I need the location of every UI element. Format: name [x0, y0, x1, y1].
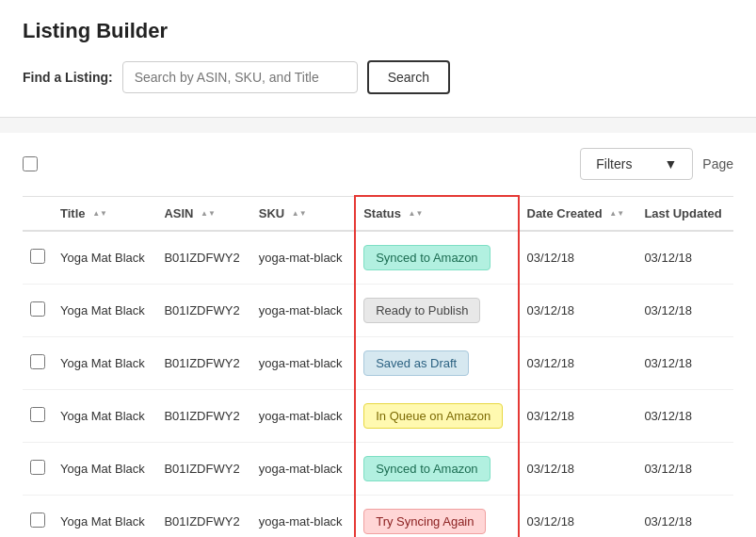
row-status: Try Syncing Again	[355, 495, 518, 537]
status-badge: Saved as Draft	[363, 350, 469, 376]
col-status: Status ▲▼	[355, 196, 518, 231]
col-last-updated: Last Updated	[636, 196, 733, 231]
row-last-updated: 03/12/18	[636, 442, 733, 495]
status-badge: Synced to Amazon	[363, 456, 490, 481]
row-date-created: 03/12/18	[519, 389, 637, 442]
toolbar: Filters ▼ Page	[23, 148, 733, 180]
master-checkbox[interactable]	[23, 156, 38, 171]
row-asin: B01IZDFWY2	[156, 284, 250, 336]
row-sku: yoga-mat-black	[251, 284, 355, 336]
table-header-row: Title ▲▼ ASIN ▲▼ SKU ▲▼ Status ▲▼ Date C…	[23, 196, 733, 231]
row-last-updated: 03/12/18	[636, 231, 733, 285]
table-row: Yoga Mat Black B01IZDFWY2 yoga-mat-black…	[23, 231, 733, 285]
row-sku: yoga-mat-black	[251, 336, 355, 389]
status-badge: Try Syncing Again	[363, 509, 486, 534]
row-checkbox[interactable]	[30, 354, 45, 369]
col-date-created: Date Created ▲▼	[519, 196, 637, 231]
row-status: In Queue on Amazon	[355, 389, 518, 442]
row-checkbox-cell	[23, 442, 53, 495]
page-label: Page	[702, 156, 733, 171]
row-date-created: 03/12/18	[519, 495, 637, 537]
table-row: Yoga Mat Black B01IZDFWY2 yoga-mat-black…	[23, 336, 733, 389]
find-label: Find a Listing:	[23, 70, 113, 85]
row-checkbox[interactable]	[30, 249, 45, 264]
table-section: Filters ▼ Page Title ▲▼ ASIN ▲▼ SKU ▲▼	[0, 133, 756, 537]
row-asin: B01IZDFWY2	[156, 442, 250, 495]
chevron-down-icon: ▼	[664, 156, 677, 171]
row-checkbox[interactable]	[30, 460, 45, 475]
row-checkbox[interactable]	[30, 301, 45, 317]
row-asin: B01IZDFWY2	[156, 495, 250, 537]
row-title: Yoga Mat Black	[53, 442, 156, 495]
status-badge: Synced to Amazon	[363, 245, 490, 270]
row-last-updated: 03/12/18	[636, 495, 733, 537]
sort-arrows-status[interactable]: ▲▼	[409, 210, 424, 218]
row-checkbox-cell	[23, 336, 53, 389]
table-row: Yoga Mat Black B01IZDFWY2 yoga-mat-black…	[23, 389, 733, 442]
sort-arrows-asin[interactable]: ▲▼	[201, 210, 216, 218]
search-button[interactable]: Search	[367, 60, 450, 94]
row-checkbox[interactable]	[30, 513, 45, 528]
search-input[interactable]	[122, 61, 358, 93]
row-last-updated: 03/12/18	[636, 389, 733, 442]
row-checkbox-cell	[23, 231, 53, 285]
row-sku: yoga-mat-black	[251, 231, 355, 285]
row-status: Ready to Publish	[355, 284, 518, 336]
row-date-created: 03/12/18	[519, 231, 637, 285]
row-checkbox-cell	[23, 389, 53, 442]
table-row: Yoga Mat Black B01IZDFWY2 yoga-mat-black…	[23, 495, 733, 537]
table-row: Yoga Mat Black B01IZDFWY2 yoga-mat-black…	[23, 442, 733, 495]
row-checkbox-cell	[23, 495, 53, 537]
row-status: Synced to Amazon	[355, 231, 518, 285]
col-sku: SKU ▲▼	[251, 196, 355, 231]
row-date-created: 03/12/18	[519, 284, 637, 336]
header-section: Listing Builder Find a Listing: Search	[0, 0, 756, 118]
row-date-created: 03/12/18	[519, 442, 637, 495]
row-last-updated: 03/12/18	[636, 284, 733, 336]
row-sku: yoga-mat-black	[251, 442, 355, 495]
col-checkbox	[23, 196, 53, 231]
toolbar-left	[23, 156, 38, 171]
table-row: Yoga Mat Black B01IZDFWY2 yoga-mat-black…	[23, 284, 733, 336]
col-asin: ASIN ▲▼	[156, 196, 250, 231]
row-title: Yoga Mat Black	[53, 284, 156, 336]
row-sku: yoga-mat-black	[251, 389, 355, 442]
row-asin: B01IZDFWY2	[156, 336, 250, 389]
row-checkbox[interactable]	[30, 407, 45, 422]
row-title: Yoga Mat Black	[53, 231, 156, 285]
row-checkbox-cell	[23, 284, 53, 336]
row-sku: yoga-mat-black	[251, 495, 355, 537]
sort-arrows-date-created[interactable]: ▲▼	[609, 210, 624, 218]
sort-arrows-title[interactable]: ▲▼	[92, 210, 107, 218]
row-title: Yoga Mat Black	[53, 336, 156, 389]
row-title: Yoga Mat Black	[53, 495, 156, 537]
page-title: Listing Builder	[23, 19, 733, 43]
status-badge: In Queue on Amazon	[363, 403, 503, 429]
filters-label: Filters	[596, 156, 632, 171]
search-row: Find a Listing: Search	[23, 60, 733, 94]
row-last-updated: 03/12/18	[636, 336, 733, 389]
row-asin: B01IZDFWY2	[156, 231, 250, 285]
row-status: Synced to Amazon	[355, 442, 518, 495]
row-status: Saved as Draft	[355, 336, 518, 389]
sort-arrows-sku[interactable]: ▲▼	[292, 210, 307, 218]
row-asin: B01IZDFWY2	[156, 389, 250, 442]
row-date-created: 03/12/18	[519, 336, 637, 389]
status-badge: Ready to Publish	[363, 298, 480, 323]
row-title: Yoga Mat Black	[53, 389, 156, 442]
toolbar-right: Filters ▼ Page	[580, 148, 733, 180]
filters-dropdown[interactable]: Filters ▼	[580, 148, 693, 180]
col-title: Title ▲▼	[53, 196, 156, 231]
listings-table: Title ▲▼ ASIN ▲▼ SKU ▲▼ Status ▲▼ Date C…	[23, 195, 733, 537]
